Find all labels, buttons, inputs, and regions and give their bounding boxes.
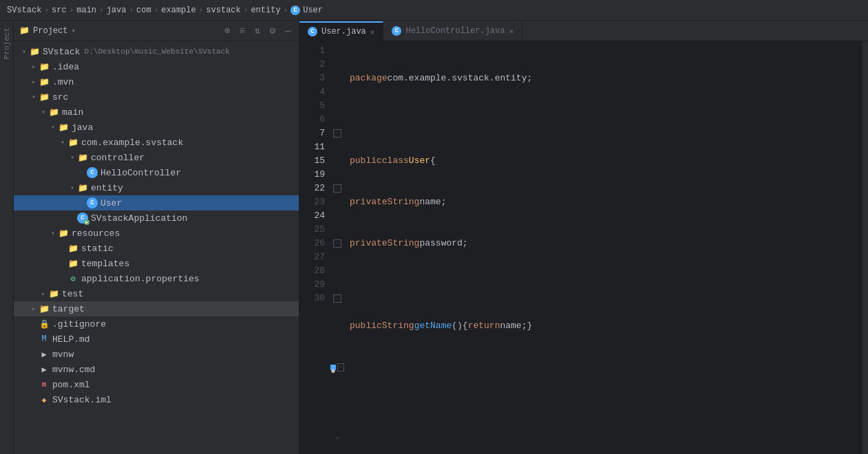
code-editor[interactable]: 1 2 3 4 5 6 7 11 15 19: [299, 41, 868, 454]
breadcrumb-java: java: [107, 6, 127, 15]
tab-hellocontroller-java[interactable]: C HelloController.java ✕: [383, 21, 522, 41]
tree-label-gitignore: .gitignore: [52, 319, 106, 329]
java-icon-user: C: [87, 197, 98, 208]
folder-icon-main: 📁: [48, 107, 59, 118]
project-tree: 📁 SVstack D:\Desktop\music_Website\SVsta…: [14, 41, 299, 454]
tree-label-mvnwcmd: mvnw.cmd: [52, 365, 95, 375]
tree-label-src: src: [52, 92, 68, 102]
tree-arrow-entity: [67, 183, 77, 193]
sort-icon[interactable]: ⇅: [252, 25, 263, 36]
breakpoint-icon: ●: [330, 365, 336, 370]
tree-item-idea[interactable]: 📁 .idea: [14, 59, 299, 74]
tree-arrow-src: [29, 92, 39, 102]
folder-icon-entity: 📁: [77, 182, 88, 193]
file-icon-mvnw: ▶: [39, 349, 50, 360]
folder-icon-src: 📁: [39, 91, 50, 102]
tree-item-help[interactable]: M HELP.md: [14, 332, 299, 347]
code-line-5: private String password;: [350, 237, 857, 250]
tree-item-gitignore[interactable]: 🔒 .gitignore: [14, 316, 299, 332]
fold-btn-7[interactable]: -: [333, 129, 341, 138]
fold-btn-19[interactable]: -: [333, 294, 341, 303]
tree-label-static: static: [81, 244, 114, 254]
tab-hellocontroller-close[interactable]: ✕: [509, 27, 514, 36]
tree-item-target[interactable]: 📁 target: [14, 301, 299, 316]
folder-icon-idea: 📁: [39, 61, 50, 72]
java-icon-svstackapp: ▶C: [77, 213, 88, 224]
tree-item-test[interactable]: 📁 test: [14, 286, 299, 301]
folder-icon-controller: 📁: [77, 152, 88, 163]
tree-item-svstack[interactable]: 📁 SVstack D:\Desktop\music_Website\SVsta…: [14, 44, 299, 59]
code-content[interactable]: package com.example.svstack.entity; publ…: [344, 41, 862, 454]
tree-item-entity[interactable]: 📁 entity: [14, 180, 299, 195]
vertical-scrollbar[interactable]: [862, 41, 868, 454]
fold-btn-11[interactable]: -: [333, 184, 341, 193]
code-line-6: [350, 278, 857, 292]
tree-arrow-user: [77, 198, 87, 208]
folder-icon-com: 📁: [67, 137, 78, 148]
tree-item-resources[interactable]: 📁 resources: [14, 226, 299, 241]
tree-item-hellocontroller[interactable]: C HelloController: [14, 165, 299, 180]
settings-icon[interactable]: ⚙: [267, 25, 278, 36]
tree-item-appprops[interactable]: ⚙ application.properties: [14, 271, 299, 286]
tree-label-java: java: [72, 122, 93, 133]
tree-arrow-test: [39, 289, 48, 299]
tree-item-src[interactable]: 📁 src: [14, 89, 299, 105]
tree-item-controller[interactable]: 📁 controller: [14, 150, 299, 165]
tree-item-mvnw[interactable]: ▶ mvnw: [14, 347, 299, 362]
tree-arrow-mvn: [29, 77, 39, 87]
editor-area: C User.java ✕ C HelloController.java ✕ 1…: [299, 21, 868, 454]
tree-arrow-main: [39, 107, 48, 117]
breadcrumb-entity: entity: [251, 6, 280, 15]
tree-item-templates[interactable]: 📁 templates: [14, 256, 299, 271]
tab-user-java-close[interactable]: ✕: [370, 28, 375, 36]
breadcrumb-example: example: [161, 6, 195, 15]
folder-icon-templates: 📁: [67, 258, 78, 269]
tree-label-entity: entity: [91, 183, 123, 193]
file-icon-gitignore: 🔒: [39, 318, 50, 329]
tree-arrow-mvnwcmd: [29, 365, 39, 374]
tree-arrow-resources: [48, 228, 58, 238]
folder-icon-svstack: 📁: [29, 46, 40, 57]
tree-arrow-help: [29, 334, 39, 344]
code-line-2: [350, 113, 857, 127]
file-icon-mvnwcmd: ▶: [39, 364, 50, 375]
tree-label-svstackiml: SVstack.iml: [52, 395, 112, 405]
tree-label-controller: controller: [91, 153, 145, 163]
panel-dropdown-arrow[interactable]: ▾: [71, 26, 76, 35]
tree-label-templates: templates: [81, 259, 129, 269]
folder-icon-target: 📁: [39, 303, 50, 314]
tree-item-svstackapp[interactable]: ▶C SVstackApplication: [14, 210, 299, 226]
java-icon-tab-user: C: [308, 27, 317, 36]
fold-btn-15[interactable]: -: [333, 239, 341, 248]
tree-item-user[interactable]: C User: [14, 195, 299, 210]
collapse-icon[interactable]: ≡: [237, 25, 248, 36]
tree-label-main: main: [62, 107, 83, 118]
tree-item-main[interactable]: 📁 main: [14, 105, 299, 120]
tree-item-mvnwcmd[interactable]: ▶ mvnw.cmd: [14, 362, 299, 377]
hide-icon[interactable]: —: [282, 25, 293, 36]
tree-arrow-static: [58, 244, 67, 253]
tab-bar: C User.java ✕ C HelloController.java ✕: [299, 21, 868, 41]
tree-arrow-hellocontroller: [77, 168, 87, 177]
fold-btn-24[interactable]: -: [337, 363, 344, 371]
tree-label-mvn: .mvn: [52, 77, 74, 87]
tree-item-pom[interactable]: m pom.xml: [14, 377, 299, 392]
tab-user-java[interactable]: C User.java ✕: [299, 21, 383, 41]
tree-label-svstack: SVstack: [43, 47, 81, 57]
tree-item-com[interactable]: 📁 com.example.svstack: [14, 135, 299, 150]
locate-icon[interactable]: ⊕: [222, 25, 233, 36]
tree-arrow-pom: [29, 380, 39, 389]
tree-item-java[interactable]: 📁 java: [14, 120, 299, 135]
tree-label-hellocontroller: HelloController: [100, 168, 181, 178]
project-label: Project: [3, 28, 11, 59]
tree-arrow-target: [29, 304, 39, 314]
tree-item-mvn[interactable]: 📁 .mvn: [14, 74, 299, 89]
line-numbers: 1 2 3 4 5 6 7 11 15 19: [299, 41, 330, 454]
tree-label-help: HELP.md: [52, 334, 90, 345]
folder-icon-resources: 📁: [58, 228, 69, 239]
java-icon: C: [290, 6, 300, 15]
tree-label-svstackapp: SVstackApplication: [91, 213, 187, 224]
fold-indicator-29: ⌄: [335, 429, 340, 443]
tree-item-static[interactable]: 📁 static: [14, 241, 299, 256]
tree-item-svstackiml[interactable]: ◆ SVstack.iml: [14, 392, 299, 407]
